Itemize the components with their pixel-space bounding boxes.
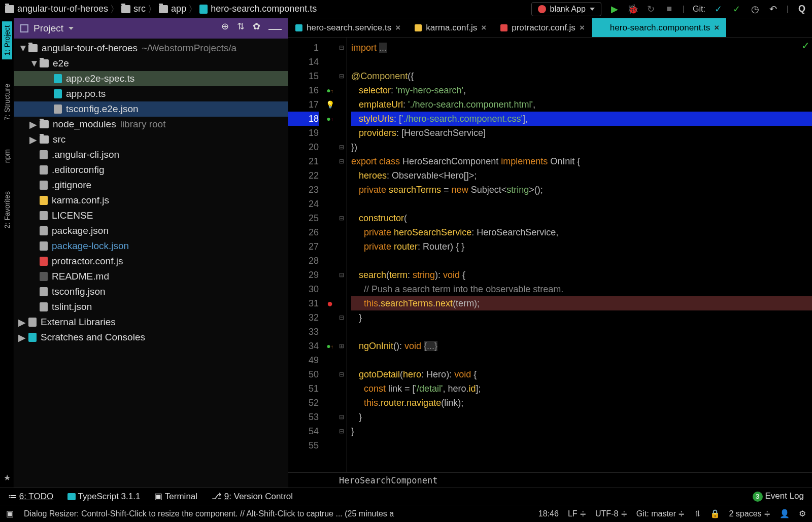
tree-arrow-icon[interactable]: ▶ <box>29 134 36 146</box>
line-number[interactable]: 18 <box>288 112 319 126</box>
tree-arrow-icon[interactable]: ▼ <box>29 58 36 69</box>
rail-tab-npm[interactable]: npm <box>2 145 12 167</box>
event-log-tab[interactable]: 3 Event Log <box>753 491 804 502</box>
code-line[interactable]: styleUrls: ['./hero-search.component.css… <box>351 112 812 126</box>
code-line[interactable]: }) <box>351 140 812 154</box>
code-line[interactable]: emplateUrl: './hero-search.component.htm… <box>351 97 812 112</box>
close-tab-icon[interactable]: × <box>481 23 486 33</box>
fold-toggle-icon[interactable]: ⊟ <box>336 41 347 55</box>
vcs-change-marker[interactable]: ●↑ <box>324 112 336 126</box>
search-icon[interactable]: Q <box>797 4 807 14</box>
line-number[interactable]: 19 <box>288 126 319 140</box>
breadcrumb-item[interactable]: hero-search.component.ts <box>199 4 317 14</box>
hide-panel-icon[interactable]: — <box>268 21 282 37</box>
tree-item[interactable]: ▶node_modules library root <box>14 117 288 132</box>
close-tab-icon[interactable]: × <box>580 23 585 33</box>
line-number[interactable]: 29 <box>288 268 319 282</box>
editor-tab[interactable]: hero-search.component.ts× <box>592 18 726 37</box>
git-fetch-icon[interactable]: ⥮ <box>694 509 701 518</box>
terminal-tab[interactable]: ▣ Terminal <box>154 491 197 502</box>
toggle-tools-icon[interactable]: ▣ <box>6 509 14 518</box>
editor-tab[interactable]: protractor.conf.js× <box>493 18 592 37</box>
code-line[interactable] <box>351 353 812 367</box>
code-line[interactable]: private heroSearchService: HeroSearchSer… <box>351 225 812 239</box>
code-line[interactable]: const link = ['/detail', hero.id]; <box>351 381 812 396</box>
breadcrumb-context-bar[interactable]: HeroSearchComponent <box>288 472 812 488</box>
line-number[interactable]: 30 <box>288 282 319 296</box>
line-number[interactable]: 24 <box>288 197 319 211</box>
todo-tab[interactable]: ≔ 6: TODO <box>8 491 53 502</box>
line-number[interactable]: 51 <box>288 381 319 396</box>
rail-tab-structure[interactable]: 7: Structure <box>2 80 12 124</box>
fold-expand-icon[interactable]: ⊞ <box>336 339 347 353</box>
vcs-commit-icon[interactable]: ✓ <box>732 4 742 14</box>
code-line[interactable]: providers: [HeroSearchService] <box>351 126 812 140</box>
line-number[interactable]: 50 <box>288 367 319 381</box>
tree-item[interactable]: tsconfig.json <box>14 284 288 299</box>
code-line[interactable] <box>351 55 812 69</box>
tree-item[interactable]: karma.conf.js <box>14 193 288 208</box>
chevron-down-icon[interactable] <box>69 27 74 30</box>
line-number[interactable]: 14 <box>288 55 319 69</box>
fold-toggle-icon[interactable]: ⊟ <box>336 69 347 83</box>
tree-item[interactable]: ▼angular-tour-of-heroes ~/WebstormProjec… <box>14 41 288 56</box>
version-control-tab[interactable]: ⎇ 9: Version Control <box>212 491 293 502</box>
code-line[interactable]: } <box>351 310 812 325</box>
line-separator[interactable]: LF ≑ <box>568 509 586 518</box>
tree-arrow-icon[interactable]: ▶ <box>18 317 24 328</box>
tree-item[interactable]: .gitignore <box>14 178 288 193</box>
line-number[interactable]: 32 <box>288 310 319 325</box>
line-number-gutter[interactable]: 1141516171819202122232425262728293031323… <box>288 38 324 472</box>
fold-toggle-icon[interactable]: ⊟ <box>336 424 347 438</box>
code-line[interactable]: private searchTerms = new Subject<string… <box>351 183 812 197</box>
code-line[interactable]: } <box>351 424 812 438</box>
line-number[interactable]: 26 <box>288 225 319 239</box>
line-number[interactable]: 55 <box>288 438 319 453</box>
inspector-icon[interactable]: 👤 <box>780 509 790 518</box>
coverage-icon[interactable]: ↻ <box>646 4 656 14</box>
breakpoint-icon[interactable]: ● <box>324 296 336 310</box>
run-configuration-selector[interactable]: blank App <box>531 2 601 16</box>
fold-toggle-icon[interactable]: ⊟ <box>336 211 347 225</box>
editor-body[interactable]: ✓ 11415161718192021222324252627282930313… <box>288 38 812 472</box>
line-number[interactable]: 54 <box>288 424 319 438</box>
line-number[interactable]: 52 <box>288 396 319 410</box>
vcs-change-marker[interactable]: ●↑ <box>324 83 336 97</box>
tree-item[interactable]: ▶src <box>14 132 288 147</box>
gutter-marks[interactable]: ●↑💡●↑●●↑ <box>324 38 336 472</box>
tree-arrow-icon[interactable]: ▶ <box>18 332 24 343</box>
git-branch[interactable]: Git: master ≑ <box>636 509 685 518</box>
fold-toggle-icon[interactable]: ⊟ <box>336 268 347 282</box>
fold-toggle-icon[interactable]: ⊟ <box>336 410 347 424</box>
code-line[interactable]: import ... <box>351 41 812 55</box>
tree-arrow-icon[interactable]: ▶ <box>29 119 36 130</box>
editor-tab[interactable]: hero-search.service.ts× <box>288 18 408 37</box>
code-editor[interactable]: import ... @Component({ selector: 'my-he… <box>347 38 812 472</box>
tree-item[interactable]: LICENSE <box>14 208 288 223</box>
project-tree[interactable]: ▼angular-tour-of-heroes ~/WebstormProjec… <box>14 39 288 488</box>
fold-toggle-icon[interactable]: ⊟ <box>336 367 347 381</box>
file-encoding[interactable]: UTF-8 ≑ <box>595 509 627 518</box>
code-line[interactable]: constructor( <box>351 211 812 225</box>
code-line[interactable] <box>351 197 812 211</box>
tree-item[interactable]: README.md <box>14 269 288 284</box>
typescript-tab[interactable]: TypeScript 3.1.1 <box>67 492 140 502</box>
cursor-position[interactable]: 18:46 <box>538 509 559 518</box>
tree-item[interactable]: package.json <box>14 223 288 238</box>
favorites-star-icon[interactable]: ★ <box>4 473 11 482</box>
fold-toggle-icon[interactable]: ⊟ <box>336 154 347 168</box>
line-number[interactable]: 22 <box>288 168 319 183</box>
debug-icon[interactable]: 🐞 <box>628 4 638 14</box>
code-line[interactable]: search(term: string): void { <box>351 268 812 282</box>
code-line[interactable] <box>351 325 812 339</box>
line-number[interactable]: 25 <box>288 211 319 225</box>
code-line[interactable]: @Component({ <box>351 69 812 83</box>
fold-toggle-icon[interactable]: ⊟ <box>336 310 347 325</box>
intention-bulb-icon[interactable]: 💡 <box>324 97 336 112</box>
breadcrumb-item[interactable]: src <box>121 4 146 14</box>
line-number[interactable]: 1 <box>288 41 319 55</box>
breadcrumb-item[interactable]: angular-tour-of-heroes <box>5 4 108 14</box>
tree-item[interactable]: app.e2e-spec.ts <box>14 71 288 86</box>
code-line[interactable] <box>351 438 812 453</box>
tree-item[interactable]: ▼e2e <box>14 56 288 71</box>
